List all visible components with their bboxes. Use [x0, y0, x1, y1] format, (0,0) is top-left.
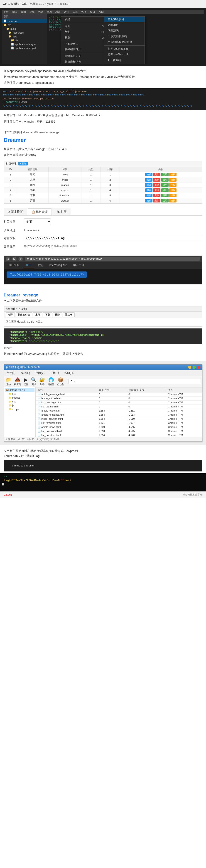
maven-dl-src[interactable]: 1 下载源码 — [104, 57, 144, 63]
edit-button[interactable]: 编辑 — [145, 199, 152, 203]
maven-gen-src[interactable]: 生成源码和更新目录 — [104, 39, 144, 45]
ide-tree-item-pom[interactable]: 📄 pom.xml — [2, 19, 47, 23]
bandzip-tool-run[interactable]: ▶ 运行 — [24, 377, 28, 386]
tree-item-css[interactable]: 📁 css — [5, 400, 34, 404]
ide-menu-build[interactable]: 构建 — [55, 10, 60, 13]
tab-ctf-platform[interactable]: CTF平台 — [6, 262, 23, 269]
edit-button[interactable]: 编辑 — [145, 194, 152, 197]
template-button[interactable]: 模板 — [169, 178, 176, 182]
bandzip-menu-view[interactable]: 视图(V) — [34, 371, 45, 375]
ide-menu-code[interactable]: 代码 — [38, 10, 43, 13]
edit-button[interactable]: 编辑 — [145, 188, 152, 192]
ide-tree-item-db[interactable]: 📁 db — [2, 38, 47, 42]
file-row[interactable]: 📄 index_solution.html 1,284 1,110 Chrome… — [36, 417, 202, 421]
file-row[interactable]: 📄 article_template.html 1,284 1,113 Chro… — [36, 413, 202, 417]
enable-button[interactable]: 启用 — [161, 199, 169, 203]
file-row[interactable]: 📄 list_partner.html 0 0 Chrome HTM — [36, 404, 202, 409]
ide-tree-item-appyml[interactable]: 📄 application-dev.yml — [2, 42, 47, 46]
bandzip-tool-action[interactable]: 📦 行动包 — [57, 377, 64, 386]
fm-download-btn[interactable]: 下载 — [43, 312, 52, 317]
file-row[interactable]: 📄 list_question.html 1,314 4,548 Chrome … — [36, 433, 202, 437]
delete-button[interactable]: 删除 — [153, 183, 161, 187]
ide-menu-tools[interactable]: 工具 — [73, 10, 78, 13]
tab-learning[interactable]: 学习平台 — [70, 262, 87, 269]
enable-button[interactable]: 启用 — [161, 173, 169, 176]
ide-menu-view[interactable]: 视图 — [21, 10, 26, 13]
fm-rename-btn[interactable]: 重命名 — [63, 312, 75, 317]
enable-button[interactable]: 启用 — [161, 178, 169, 182]
bandzip-tool-test[interactable]: 🔍 测试 — [31, 377, 37, 386]
maven-reload[interactable]: 重新加载项目 — [104, 17, 144, 22]
template-button[interactable]: 模板 — [169, 199, 176, 203]
maven-profiles[interactable]: 打开 profiles.xml — [104, 52, 144, 57]
template-button[interactable]: 模板 — [169, 188, 176, 192]
fm-upload-btn[interactable]: 上传 — [33, 312, 42, 317]
add-column-button[interactable]: + 新增 — [19, 162, 28, 165]
bandzip-tool-add[interactable]: 📁 添加 — [6, 377, 11, 386]
ide-tree-item-java[interactable]: 📁 java — [2, 34, 47, 38]
fm-newfolder-btn[interactable]: 新建文件夹 — [16, 312, 32, 317]
file-row[interactable]: 📄 article_news.html 1,309 4,545 Chrome H… — [36, 425, 202, 429]
ide-tree-item-resources[interactable]: 📁 resources — [2, 31, 47, 34]
template-button[interactable]: 模板 — [169, 194, 176, 197]
delete-button[interactable]: 删除 — [153, 173, 161, 176]
edit-button[interactable]: 编辑 — [145, 173, 152, 176]
edit-button[interactable]: 编辑 — [145, 183, 152, 187]
tree-item-src[interactable]: 📁 src — [5, 392, 34, 396]
tab-interesting[interactable]: interesting site — [46, 262, 70, 268]
bandzip-menu-file[interactable]: 文件(F) — [6, 371, 16, 375]
maven-download-src[interactable]: 下载源码 — [104, 28, 144, 34]
bandzip-menu-help[interactable]: 帮助(H) — [64, 371, 75, 375]
maven-ignore[interactable]: 忽略项目 — [104, 22, 144, 28]
refresh-button[interactable]: ↻ — [19, 257, 23, 261]
ide-menu-help[interactable]: 帮助 — [99, 10, 104, 13]
ide-tree-item-main[interactable]: 📁 main — [2, 27, 47, 31]
ide-menu-file[interactable]: 文件 — [4, 10, 9, 13]
ide-menu-window[interactable]: 窗口 — [90, 10, 95, 13]
tree-item-js[interactable]: 📁 js — [5, 404, 34, 407]
delete-button[interactable]: 删除 — [153, 199, 161, 203]
tab-template-mgmt[interactable]: 📋 模板管理 — [28, 208, 52, 215]
ide-menu-edit[interactable]: 编辑 — [12, 10, 17, 13]
enable-button[interactable]: 启用 — [161, 194, 169, 197]
bandzip-menu-edit[interactable]: 编辑(E) — [20, 371, 31, 375]
delete-button[interactable]: 删除 — [153, 188, 161, 192]
file-row[interactable]: 📄 list_download.html 1,310 4,545 Chrome … — [36, 429, 202, 433]
bandzip-tool-browse[interactable]: 🌐 浏览器 — [48, 377, 55, 386]
close-button[interactable] — [197, 366, 200, 369]
tab-ctf[interactable]: CTF — [23, 262, 34, 268]
tree-item-images[interactable]: 📁 images — [5, 396, 34, 400]
maven-dl-doc2[interactable]: 2 下载文档 — [104, 63, 144, 64]
ide-tree-item-src[interactable]: 📁 src — [2, 23, 47, 27]
template-button[interactable]: 模板 — [169, 173, 176, 176]
template-input[interactable] — [24, 235, 202, 241]
bandzip-path-input[interactable] — [69, 379, 200, 384]
file-row[interactable]: 📄 home_article.html 0 0 Chrome HTM — [36, 396, 202, 400]
ide-menu-refactor[interactable]: 重构 — [47, 10, 52, 13]
browser-url-bar[interactable]: http://localhost:1235791021d7c008f-4d851… — [25, 257, 200, 261]
file-row[interactable]: 📄 article_case.html 1,254 1,231 Chrome H… — [36, 409, 202, 413]
tab-extend[interactable]: 🔌 扩展 — [53, 208, 71, 215]
maven-settings[interactable]: 打开 settings.xml — [104, 46, 144, 52]
file-row[interactable]: 📄 list_template.html 1,321 1,027 Chrome … — [36, 421, 202, 425]
bandzip-menu-tools[interactable]: 工具(T) — [49, 371, 60, 375]
enable-button[interactable]: 启用 — [161, 188, 169, 192]
ide-tree-item-appprd[interactable]: 📄 application-prd.yml — [2, 46, 47, 50]
bandzip-tool-encrypt[interactable]: 🔐 加密 — [39, 377, 45, 386]
ide-menu-vcs[interactable]: VCS — [81, 10, 87, 13]
ide-menu-navigate[interactable]: 导航 — [30, 10, 34, 13]
file-row[interactable]: 📄 article_message.html 0 0 Chrome HTM — [36, 392, 202, 396]
forward-button[interactable]: ▶ — [12, 257, 16, 261]
tree-item-zip[interactable]: 📦 default_v1.zip — [5, 388, 34, 392]
fm-delete-btn[interactable]: 删除 — [53, 312, 62, 317]
delete-button[interactable]: 删除 — [153, 178, 161, 182]
maven-download-doc[interactable]: 下载文档和源码 — [104, 34, 144, 39]
tree-item-scripts[interactable]: 📁 scripts — [5, 407, 34, 411]
file-row[interactable]: 📄 list_message.html 0 0 Chrome HTM — [36, 400, 202, 404]
bandzip-tool-extract[interactable]: 📤 解压到 — [14, 377, 21, 386]
maximize-button[interactable] — [193, 366, 196, 369]
enable-button[interactable]: 启用 — [161, 183, 169, 187]
fm-open-btn[interactable]: 打开 — [6, 312, 15, 317]
edit-button[interactable]: 编辑 — [145, 178, 152, 182]
ide-menu-run[interactable]: 运行 — [64, 10, 69, 13]
